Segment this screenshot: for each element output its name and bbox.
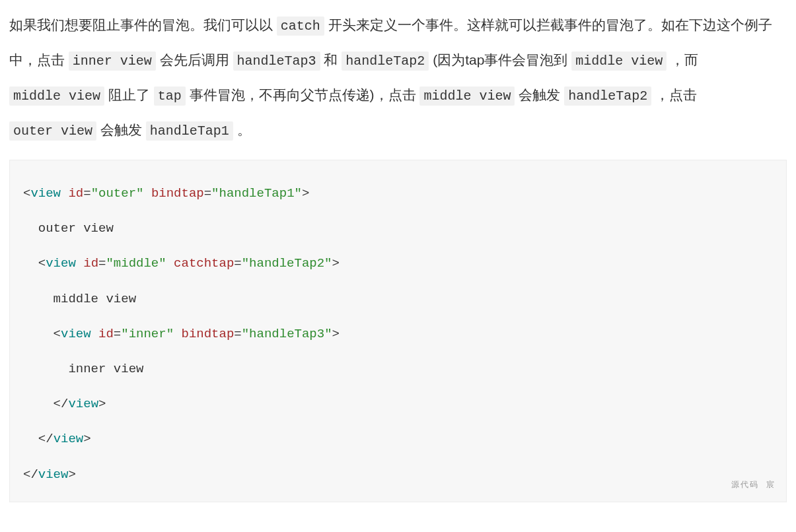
- code-indent: [23, 432, 38, 446]
- code-tag: view: [38, 467, 69, 482]
- code-eq: =: [234, 256, 241, 271]
- watermark: 源代码 宸: [731, 474, 776, 496]
- code-line-7: </view>: [23, 397, 106, 411]
- code-val: "handleTap3": [242, 327, 332, 341]
- para-text: ，而: [670, 52, 698, 67]
- para-text: 如果我们想要阻止事件的冒泡。我们可以以: [9, 17, 273, 32]
- inline-code-handletap3: handleTap3: [233, 51, 320, 71]
- code-space: [166, 256, 174, 271]
- code-indent: [23, 397, 54, 411]
- code-val: "handleTap2": [242, 256, 332, 271]
- inline-code-handletap2: handleTap2: [342, 51, 429, 71]
- para-text: 事件冒泡，不再向父节点传递)，点击: [190, 87, 416, 102]
- inline-code-catch: catch: [277, 17, 324, 36]
- code-space: [143, 186, 151, 201]
- explanation-paragraph: 如果我们想要阻止事件的冒泡。我们可以以 catch 开头来定义一个事件。这样就可…: [9, 8, 787, 148]
- code-line-6: inner view: [23, 362, 143, 376]
- inline-code-handletap1: handleTap1: [146, 121, 233, 141]
- code-line-9: </view>: [23, 467, 76, 482]
- code-punct: >: [83, 432, 90, 446]
- code-tag: view: [30, 186, 61, 201]
- code-tag: view: [68, 397, 98, 411]
- code-punct: <: [23, 186, 30, 201]
- code-punct: </: [23, 467, 38, 482]
- code-line-4: middle view: [23, 292, 136, 306]
- code-line-2: outer view: [23, 221, 114, 236]
- code-punct: </: [54, 397, 69, 411]
- code-punct: <: [38, 256, 46, 271]
- code-eq: =: [114, 327, 121, 341]
- code-attr: id: [68, 186, 83, 201]
- inline-code-inner-view: inner view: [69, 51, 156, 71]
- code-eq: =: [98, 256, 106, 271]
- para-text: 会触发: [519, 87, 560, 102]
- code-attr: id: [98, 327, 114, 341]
- code-punct: >: [68, 467, 75, 482]
- code-punct: <: [54, 327, 61, 341]
- code-attr: bindtap: [181, 327, 234, 341]
- code-punct: >: [332, 256, 340, 271]
- code-eq: =: [204, 186, 211, 201]
- code-space: [76, 256, 83, 271]
- para-text: 阻止了: [108, 87, 150, 102]
- inline-code-handletap2: handleTap2: [564, 86, 651, 106]
- para-text: 和: [324, 52, 338, 67]
- code-space: [174, 327, 181, 341]
- code-val: "inner": [121, 327, 174, 341]
- inline-code-middle-view: middle view: [419, 86, 515, 106]
- code-val: "middle": [106, 256, 166, 271]
- code-val: "handleTap1": [211, 186, 302, 201]
- code-space: [61, 186, 68, 201]
- code-eq: =: [234, 327, 241, 341]
- inline-code-outer-view: outer view: [9, 121, 96, 141]
- code-attr: id: [83, 256, 98, 271]
- code-line-1: <view id="outer" bindtap="handleTap1">: [23, 186, 309, 201]
- code-val: "outer": [91, 186, 144, 201]
- code-tag: view: [46, 256, 76, 271]
- code-line-5: <view id="inner" bindtap="handleTap3">: [23, 327, 340, 341]
- para-text: ，点击: [655, 87, 697, 102]
- code-tag: view: [61, 327, 91, 341]
- inline-code-tap: tap: [154, 86, 186, 106]
- para-text: 。: [237, 122, 251, 137]
- code-block: <view id="outer" bindtap="handleTap1"> o…: [9, 160, 787, 502]
- code-eq: =: [83, 186, 90, 201]
- code-punct: </: [38, 432, 54, 446]
- code-attr: catchtap: [174, 256, 234, 271]
- code-tag: view: [54, 432, 84, 446]
- code-punct: >: [302, 186, 309, 201]
- code-indent: [23, 256, 38, 271]
- para-text: 会触发: [100, 122, 142, 137]
- para-text: 会先后调用: [160, 52, 229, 67]
- code-attr: bindtap: [151, 186, 204, 201]
- code-punct: >: [98, 397, 106, 411]
- inline-code-middle-view: middle view: [571, 51, 667, 71]
- para-text: (因为tap事件会冒泡到: [433, 52, 567, 67]
- code-punct: >: [332, 327, 340, 341]
- code-line-8: </view>: [23, 432, 91, 446]
- code-indent: [23, 327, 54, 341]
- inline-code-middle-view: middle view: [9, 86, 104, 106]
- code-space: [91, 327, 98, 341]
- code-line-3: <view id="middle" catchtap="handleTap2">: [23, 256, 340, 271]
